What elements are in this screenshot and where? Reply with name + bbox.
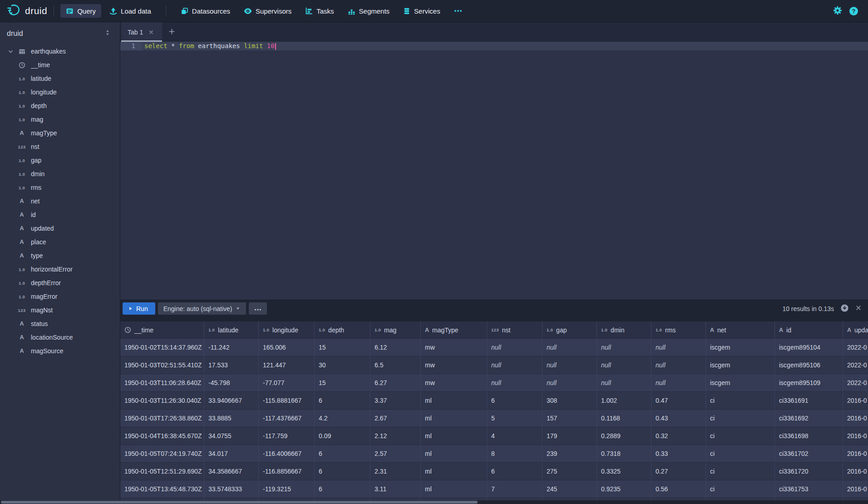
cell-__time[interactable]: 1950-01-05T12:51:29.690Z xyxy=(120,463,204,480)
cell-mag[interactable]: 2.31 xyxy=(370,463,421,480)
cell-latitude[interactable]: 33.8885 xyxy=(204,410,259,427)
cell-mag[interactable]: 6.5 xyxy=(370,356,421,374)
cell-__time[interactable]: 1950-01-03T11:06:28.640Z xyxy=(120,374,204,392)
cell-__time[interactable]: 1950-01-05T13:45:48.730Z xyxy=(120,480,204,498)
cell-dmin[interactable]: null xyxy=(597,339,651,356)
nav-item-datasources[interactable]: Datasources xyxy=(175,4,236,18)
druid-logo[interactable]: druid xyxy=(6,4,47,18)
cell-longitude[interactable]: -119.3215 xyxy=(259,480,315,498)
cell-updated[interactable]: 2016-0 xyxy=(843,463,868,480)
cell-net[interactable]: ci xyxy=(706,463,775,480)
cell-magType[interactable]: ml xyxy=(421,480,487,498)
settings-button[interactable] xyxy=(833,6,842,16)
cell-depth[interactable]: 6 xyxy=(315,463,370,480)
cell-gap[interactable]: 308 xyxy=(542,392,597,410)
cell-rms[interactable]: 0.32 xyxy=(651,427,706,445)
cell-__time[interactable]: 1950-01-02T15:14:37.960Z xyxy=(120,339,204,356)
cell-updated[interactable]: 2016-0 xyxy=(843,445,868,463)
sidebar-column-magNst[interactable]: 123magNst xyxy=(0,303,120,317)
cell-latitude[interactable]: 17.533 xyxy=(204,356,259,374)
cell-__time[interactable]: 1950-01-05T07:24:19.740Z xyxy=(120,445,204,463)
column-header-net[interactable]: Anet xyxy=(706,321,775,339)
cell-gap[interactable]: 239 xyxy=(542,445,597,463)
sidebar-column-gap[interactable]: 1.0gap xyxy=(0,153,120,167)
cell-nst[interactable]: 7 xyxy=(487,480,542,498)
cell-gap[interactable]: 179 xyxy=(542,427,597,445)
sidebar-column-mag[interactable]: 1.0mag xyxy=(0,113,120,126)
cell-net[interactable]: iscgem xyxy=(706,339,775,356)
cell-__time[interactable]: 1950-01-03T17:26:38.860Z xyxy=(120,410,204,427)
cell-longitude[interactable]: -116.4006667 xyxy=(259,445,315,463)
sidebar-column-dmin[interactable]: 1.0dmin xyxy=(0,167,120,181)
cell-__time[interactable]: 1950-01-03T02:51:55.410Z xyxy=(120,356,204,374)
cell-net[interactable]: iscgem xyxy=(706,374,775,392)
sidebar-column-depthError[interactable]: 1.0depthError xyxy=(0,276,120,290)
nav-item-services[interactable]: Services xyxy=(398,4,446,18)
sidebar-column-place[interactable]: Aplace xyxy=(0,235,120,249)
column-header-latitude[interactable]: 1.0latitude xyxy=(204,321,259,339)
cell-longitude[interactable]: -115.8881667 xyxy=(259,392,315,410)
cell-id[interactable]: ci3361720 xyxy=(775,463,843,480)
cell-latitude[interactable]: 33.9406667 xyxy=(204,392,259,410)
cell-id[interactable]: iscgem895106 xyxy=(775,356,843,374)
cell-depth[interactable]: 6 xyxy=(315,392,370,410)
cell-rms[interactable]: 0.56 xyxy=(651,480,706,498)
cell-nst[interactable]: null xyxy=(487,356,542,374)
cell-rms[interactable]: 0.47 xyxy=(651,392,706,410)
cell-longitude[interactable]: -116.8856667 xyxy=(259,463,315,480)
cell-mag[interactable]: 3.37 xyxy=(370,392,421,410)
tab-tab1[interactable]: Tab 1 xyxy=(121,22,162,42)
cell-mag[interactable]: 6.12 xyxy=(370,339,421,356)
cell-updated[interactable]: 2016-0 xyxy=(843,410,868,427)
cell-net[interactable]: ci xyxy=(706,427,775,445)
sidebar-column-magError[interactable]: 1.0magError xyxy=(0,290,120,303)
nav-item-tasks[interactable]: Tasks xyxy=(300,4,339,18)
cell-updated[interactable]: 2022-0 xyxy=(843,374,868,392)
sidebar-column-locationSource[interactable]: AlocationSource xyxy=(0,331,120,344)
cell-latitude[interactable]: 33.5748333 xyxy=(204,480,259,498)
cell-id[interactable]: iscgem895104 xyxy=(775,339,843,356)
sidebar-column-updated[interactable]: Aupdated xyxy=(0,222,120,235)
column-header-__time[interactable]: __time xyxy=(120,321,204,339)
close-results-button[interactable] xyxy=(855,305,862,312)
column-header-gap[interactable]: 1.0gap xyxy=(542,321,597,339)
column-header-mag[interactable]: 1.0mag xyxy=(370,321,421,339)
sidebar-column-id[interactable]: Aid xyxy=(0,208,120,222)
sidebar-column-nst[interactable]: 123nst xyxy=(0,140,120,153)
cell-nst[interactable]: 6 xyxy=(487,463,542,480)
sidebar-column-magSource[interactable]: AmagSource xyxy=(0,344,120,358)
cell-net[interactable]: ci xyxy=(706,445,775,463)
cell-nst[interactable]: 6 xyxy=(487,392,542,410)
cell-gap[interactable]: 245 xyxy=(542,480,597,498)
nav-item-supervisors[interactable]: Supervisors xyxy=(238,4,297,18)
cell-updated[interactable]: 2016-0 xyxy=(843,392,868,410)
sidebar-column-rms[interactable]: 1.0rms xyxy=(0,181,120,194)
cell-gap[interactable]: null xyxy=(542,339,597,356)
cell-id[interactable]: ci3361691 xyxy=(775,392,843,410)
cell-id[interactable]: ci3361753 xyxy=(775,480,843,498)
cell-nst[interactable]: null xyxy=(487,339,542,356)
nav-item-more[interactable] xyxy=(449,4,468,18)
sidebar-column-status[interactable]: Astatus xyxy=(0,317,120,331)
cell-longitude[interactable]: -117.4376667 xyxy=(259,410,315,427)
cell-updated[interactable]: 2022-0 xyxy=(843,339,868,356)
cell-magType[interactable]: ml xyxy=(421,392,487,410)
cell-updated[interactable]: 2022-0 xyxy=(843,356,868,374)
nav-item-query[interactable]: Query xyxy=(60,4,101,18)
sidebar-column-latitude[interactable]: 1.0latitude xyxy=(0,72,120,85)
cell-net[interactable]: ci xyxy=(706,410,775,427)
cell-gap[interactable]: null xyxy=(542,374,597,392)
sidebar-column-longitude[interactable]: 1.0longitude xyxy=(0,85,120,99)
cell-dmin[interactable]: null xyxy=(597,356,651,374)
cell-mag[interactable]: 3.11 xyxy=(370,480,421,498)
cell-rms[interactable]: null xyxy=(651,339,706,356)
cell-dmin[interactable]: 0.3325 xyxy=(597,463,651,480)
cell-updated[interactable]: 2016-0 xyxy=(843,480,868,498)
sidebar-column-__time[interactable]: __time xyxy=(0,58,120,72)
cell-magType[interactable]: ml xyxy=(421,427,487,445)
query-more-button[interactable] xyxy=(249,302,267,315)
cell-updated[interactable]: 2016-0 xyxy=(843,427,868,445)
cell-dmin[interactable]: 0.2889 xyxy=(597,427,651,445)
cell-mag[interactable]: 2.57 xyxy=(370,445,421,463)
cell-gap[interactable]: null xyxy=(542,356,597,374)
